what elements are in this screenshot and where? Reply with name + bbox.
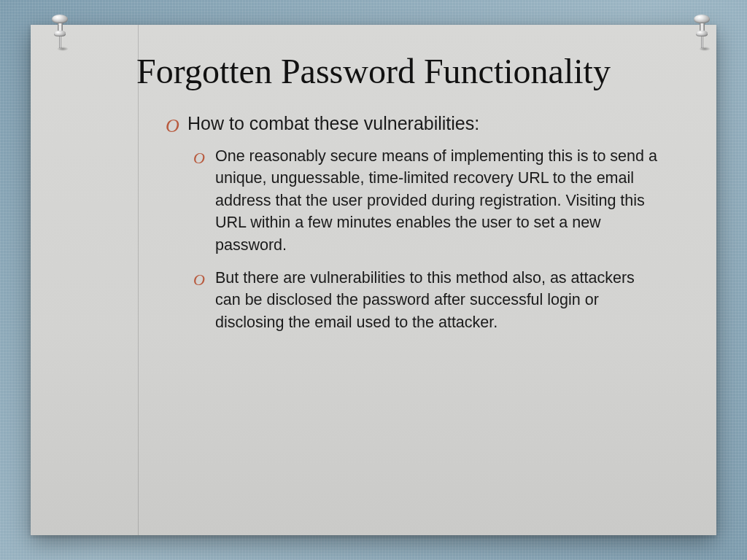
slide-title: Forgotten Password Functionality (111, 51, 636, 91)
slide-card: Forgotten Password Functionality O How t… (31, 25, 716, 535)
slide-body: O How to combat these vulnerabilities: O… (166, 112, 662, 333)
list-item: O But there are vulnerabilities to this … (193, 267, 662, 334)
margin-rule (138, 25, 139, 535)
bullet-text: One reasonably secure means of implement… (215, 147, 657, 254)
pushpin-right-icon (693, 15, 711, 51)
bullet-icon: O (193, 268, 205, 291)
heading-text: How to combat these vulnerabilities: (187, 113, 479, 133)
bullet-icon: O (166, 113, 179, 139)
bullet-icon: O (193, 147, 205, 169)
bullet-text: But there are vulnerabilities to this me… (215, 269, 635, 331)
list-item: O One reasonably secure means of impleme… (193, 145, 662, 257)
list-item: O How to combat these vulnerabilities: (166, 112, 662, 136)
pushpin-left-icon (51, 15, 69, 51)
